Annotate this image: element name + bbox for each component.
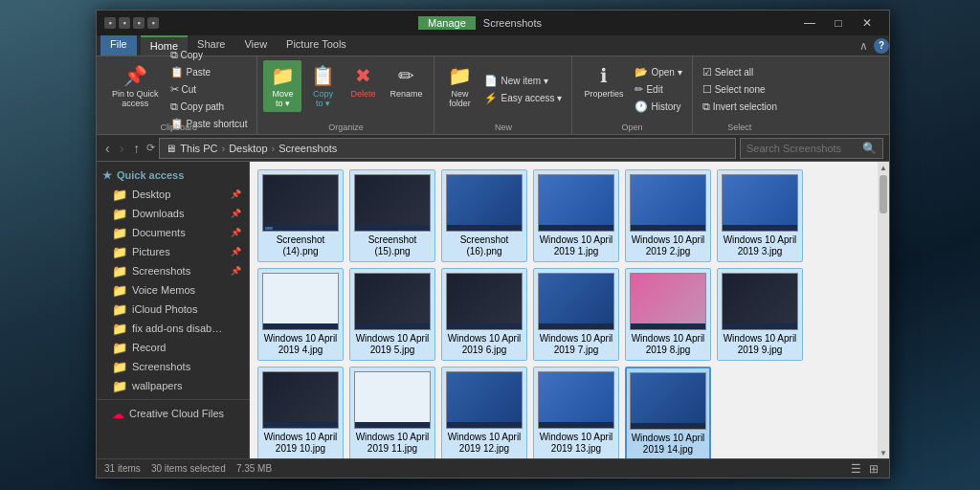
sidebar-item-icloud[interactable]: 📁 iCloud Photos: [97, 300, 249, 319]
file-item-win10-11[interactable]: Windows 10 April 2019 11.jpg: [349, 367, 435, 458]
breadcrumb-sep-2: ›: [272, 143, 276, 154]
edit-btn[interactable]: ✏ Edit: [631, 81, 685, 98]
downloads-folder-icon: 📁: [112, 207, 127, 221]
misc2-btn-small[interactable]: ▪: [147, 17, 159, 29]
easy-access-btn[interactable]: ⚡ Easy access ▾: [480, 90, 566, 106]
file-item-win10-4[interactable]: Windows 10 April 2019 4.jpg: [257, 268, 344, 361]
file-item-win10-3[interactable]: Windows 10 April 2019 3.jpg: [717, 169, 803, 262]
minimize-button[interactable]: —: [795, 11, 824, 35]
file-explorer-window: ▪ ▪ ▪ ▪ Manage Screenshots — □ ✕ File Ho…: [96, 10, 890, 479]
copy-path-btn[interactable]: ⧉ Copy path: [167, 99, 252, 115]
sidebar-item-record[interactable]: 📁 Record: [97, 338, 249, 357]
new-folder-btn[interactable]: 📁 New folder: [440, 60, 479, 112]
ribbon-group-organize: 📁 Move to ▾ 📋 Copy to ▾ ✖ Delete ✏ Renam…: [257, 56, 434, 134]
ribbon-group-select: ☑ Select all ☐ Select none ⧉ Invert sele…: [693, 56, 787, 134]
file-item-win10-13[interactable]: Windows 10 April 2019 13.jpg: [533, 367, 619, 458]
breadcrumb-this-pc[interactable]: This PC: [180, 143, 217, 154]
open-btn[interactable]: 📂 Open ▾: [631, 64, 685, 80]
sidebar-item-creative-cloud[interactable]: ☁ Creative Cloud Files: [97, 404, 249, 423]
move-to-btn[interactable]: 📁 Move to ▾: [263, 60, 301, 112]
select-none-btn[interactable]: ☐ Select none: [699, 81, 781, 98]
up-btn[interactable]: ↑: [130, 141, 143, 156]
search-box[interactable]: 🔍: [740, 138, 883, 159]
rename-btn[interactable]: ✏ Rename: [384, 60, 428, 102]
ribbon-group-new: 📁 New folder 📄 New item ▾ ⚡ Easy access …: [434, 56, 572, 134]
pin-quick-access-btn[interactable]: 📌 Pin to Quick access: [106, 60, 165, 112]
tab-screenshots-title[interactable]: Screenshots: [483, 17, 542, 29]
paste-btn[interactable]: 📋 Paste: [167, 64, 252, 80]
sidebar-item-voice-memos[interactable]: 📁 Voice Memos: [97, 280, 249, 300]
invert-selection-btn[interactable]: ⧉ Invert selection: [699, 99, 781, 115]
select-all-btn[interactable]: ☑ Select all: [699, 64, 781, 80]
quick-access-icon: ★: [102, 169, 112, 182]
sidebar-item-desktop[interactable]: 📁 Desktop 📌: [97, 185, 249, 204]
file-item-win10-14[interactable]: Windows 10 April 2019 14.jpg: [625, 367, 711, 458]
thumb-screenshot-14: [262, 174, 339, 232]
scroll-up-btn[interactable]: ▲: [878, 162, 889, 173]
breadcrumb[interactable]: 🖥 This PC › Desktop › Screenshots: [159, 138, 736, 159]
tiles-view-btn[interactable]: ⊞: [866, 461, 881, 477]
breadcrumb-screenshots[interactable]: Screenshots: [278, 143, 337, 154]
details-view-btn[interactable]: ☰: [848, 461, 864, 477]
sidebar-item-pictures[interactable]: 📁 Pictures 📌: [97, 242, 249, 261]
file-item-win10-2[interactable]: Windows 10 April 2019 2.jpg: [625, 169, 711, 262]
sidebar-item-screenshots2[interactable]: 📁 Screenshots: [97, 357, 249, 376]
file-item-screenshot-14[interactable]: Screenshot (14).png: [257, 169, 344, 262]
sidebar-item-screenshots[interactable]: 📁 Screenshots 📌: [97, 261, 249, 280]
help-btn[interactable]: ?: [874, 38, 889, 54]
file-item-win10-5[interactable]: Windows 10 April 2019 5.jpg: [349, 268, 435, 361]
delete-btn[interactable]: ✖ Delete: [344, 60, 382, 102]
file-item-screenshot-16[interactable]: Screenshot (16).png: [441, 169, 527, 262]
file-item-screenshot-15[interactable]: Screenshot (15).png: [349, 169, 435, 262]
scrollbar-v[interactable]: ▲ ▼: [878, 162, 889, 458]
sidebar-item-documents[interactable]: 📁 Documents 📌: [97, 223, 249, 242]
ribbon-collapse-btn[interactable]: ∧: [856, 39, 872, 53]
scroll-down-btn[interactable]: ▼: [878, 447, 889, 458]
documents-label: Documents: [132, 227, 186, 238]
title-bar-title: Manage Screenshots: [165, 16, 795, 30]
copy-path-icon: ⧉: [170, 100, 178, 113]
misc-btn-small[interactable]: ▪: [133, 17, 145, 29]
file-item-win10-7[interactable]: Windows 10 April 2019 7.jpg: [533, 268, 619, 361]
recent-btn[interactable]: ⟳: [146, 142, 155, 154]
maximize-button[interactable]: □: [824, 11, 853, 35]
properties-btn[interactable]: ℹ Properties: [578, 60, 629, 102]
file-item-win10-8[interactable]: Windows 10 April 2019 8.jpg: [625, 268, 711, 361]
maximize-btn-small[interactable]: ▪: [119, 17, 130, 29]
file-label-win10-8: Windows 10 April 2019 8.jpg: [630, 333, 706, 356]
file-item-win10-6[interactable]: Windows 10 April 2019 6.jpg: [441, 268, 527, 361]
history-btn[interactable]: 🕐 History: [631, 99, 685, 115]
pictures-pin: 📌: [231, 247, 241, 256]
scroll-thumb[interactable]: [880, 175, 887, 213]
close-button[interactable]: ✕: [853, 11, 881, 35]
tab-file[interactable]: File: [100, 35, 137, 56]
sidebar-quick-access[interactable]: ★ Quick access: [97, 166, 249, 185]
screenshots-pin: 📌: [231, 266, 241, 276]
screenshots-folder-icon: 📁: [112, 264, 127, 278]
minimize-btn-small[interactable]: ▪: [104, 17, 116, 29]
tab-picture-tools[interactable]: Picture Tools: [277, 35, 356, 56]
file-item-win10-9[interactable]: Windows 10 April 2019 9.jpg: [717, 268, 803, 361]
sidebar-item-wallpapers[interactable]: 📁 wallpapers: [97, 376, 249, 395]
fix-addons-icon: 📁: [112, 322, 127, 336]
forward-btn[interactable]: ›: [117, 141, 127, 156]
new-label: New: [495, 121, 512, 132]
cut-btn[interactable]: ✂ Cut: [167, 81, 252, 98]
back-btn[interactable]: ‹: [102, 141, 113, 156]
new-folder-icon: 📁: [448, 64, 472, 87]
file-item-win10-1[interactable]: Windows 10 April 2019 1.jpg: [533, 169, 619, 262]
thumb-win10-3: [722, 174, 798, 232]
wallpapers-label: wallpapers: [132, 380, 183, 391]
select-buttons: ☑ Select all ☐ Select none ⧉ Invert sele…: [699, 60, 781, 121]
sidebar-item-fix-addons[interactable]: 📁 fix add-ons disabled in: [97, 319, 249, 338]
copy-btn[interactable]: ⧉ Copy: [167, 47, 252, 63]
file-item-win10-12[interactable]: Windows 10 April 2019 12.jpg: [441, 367, 527, 458]
sidebar-item-downloads[interactable]: 📁 Downloads 📌: [97, 204, 249, 223]
new-item-btn[interactable]: 📄 New item ▾: [480, 73, 566, 89]
copy-to-btn[interactable]: 📋 Copy to ▾: [303, 60, 342, 112]
breadcrumb-desktop[interactable]: Desktop: [229, 143, 267, 154]
thumb-screenshot-16: [446, 174, 523, 232]
search-input[interactable]: [746, 143, 858, 154]
tab-manage[interactable]: Manage: [418, 16, 476, 30]
file-item-win10-10[interactable]: Windows 10 April 2019 10.jpg: [257, 367, 344, 458]
